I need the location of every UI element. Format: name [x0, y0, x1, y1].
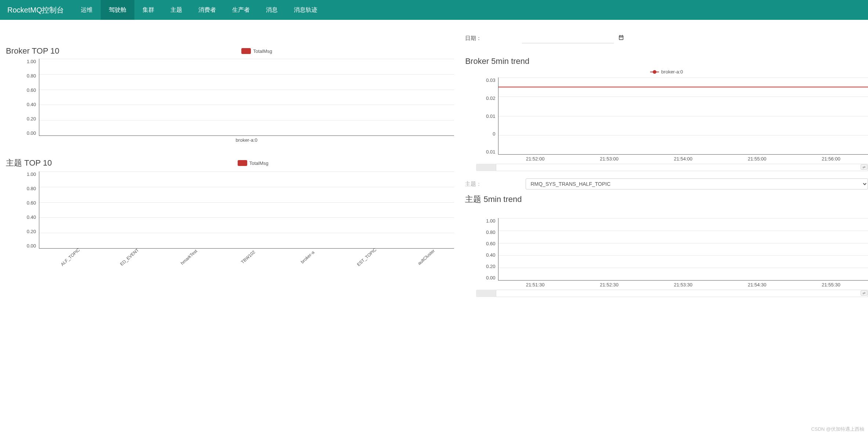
nav-topic[interactable]: 主题: [162, 0, 190, 20]
chart-broker-5min-trend: Broker 5min trend broker-a:0 0.03 0.02 0…: [465, 57, 868, 171]
chart-title-topic-trend: 主题 5min trend: [465, 194, 868, 205]
nav-dashboard[interactable]: 驾驶舱: [101, 0, 134, 20]
nav-ops[interactable]: 运维: [73, 0, 101, 20]
chart-topic-top10: 主题 TOP 10 TotalMsg 1.00 0.80 0.60 0.40 0…: [6, 158, 454, 263]
topic-select-row: 主题： RMQ_SYS_TRANS_HALF_TOPIC: [465, 178, 868, 189]
x-axis: 21:51:30 21:52:30 21:53:30 21:54:30 21:5…: [498, 281, 868, 287]
chart-title-broker-trend: Broker 5min trend: [465, 57, 868, 66]
zoom-handle-icon[interactable]: ⇌: [861, 164, 867, 170]
trend-line: [498, 87, 868, 87]
plot-grid: [39, 59, 454, 136]
chart-topic-5min-trend: 主题 5min trend 1.00 0.80 0.60 0.40 0.20 0…: [465, 194, 868, 297]
calendar-icon[interactable]: [618, 35, 624, 42]
nav-message-trace[interactable]: 消息轨迹: [286, 0, 325, 20]
legend-label: TotalMsg: [249, 160, 269, 166]
y-axis: 0.03 0.02 0.01 0 0.01: [465, 77, 498, 155]
chart-title-topic-top10: 主题 TOP 10: [6, 158, 52, 169]
chart-zoom-slider[interactable]: ⇌: [476, 164, 868, 171]
plot-area: 1.00 0.80 0.60 0.40 0.20 0.00: [465, 218, 868, 281]
x-axis: 21:52:00 21:53:00 21:54:00 21:55:00 21:5…: [498, 155, 868, 162]
date-label: 日期：: [465, 35, 482, 42]
legend-swatch-icon: [238, 160, 247, 166]
nav-consumer[interactable]: 消费者: [190, 0, 224, 20]
date-input[interactable]: [522, 33, 614, 43]
legend-label: TotalMsg: [253, 48, 272, 54]
nav-cluster[interactable]: 集群: [134, 0, 162, 20]
nav-producer[interactable]: 生产者: [224, 0, 258, 20]
plot-area: 1.00 0.80 0.60 0.40 0.20 0.00: [6, 59, 454, 136]
left-column: Broker TOP 10 TotalMsg 1.00 0.80 0.60 0.…: [6, 31, 454, 312]
plot-grid: [498, 218, 868, 281]
y-axis: 1.00 0.80 0.60 0.40 0.20 0.00: [465, 218, 498, 281]
y-axis: 1.00 0.80 0.60 0.40 0.20 0.00: [6, 171, 39, 249]
chart-zoom-slider[interactable]: ⇌: [476, 290, 868, 297]
plot-area: 0.03 0.02 0.01 0 0.01: [465, 77, 868, 155]
brand: RocketMQ控制台: [7, 5, 64, 15]
main-content: Broker TOP 10 TotalMsg 1.00 0.80 0.60 0.…: [0, 20, 868, 315]
navbar: RocketMQ控制台 运维 驾驶舱 集群 主题 消费者 生产者 消息 消息轨迹: [0, 0, 868, 20]
chart-title-broker-top10: Broker TOP 10: [6, 46, 60, 56]
date-row: 日期：: [465, 31, 868, 46]
nav-message[interactable]: 消息: [258, 0, 286, 20]
legend-swatch-icon: [241, 48, 251, 54]
plot-grid: [498, 77, 868, 155]
topic-select[interactable]: RMQ_SYS_TRANS_HALF_TOPIC: [526, 178, 868, 189]
y-axis: 1.00 0.80 0.60 0.40 0.20 0.00: [6, 59, 39, 136]
chart-broker-top10: Broker TOP 10 TotalMsg 1.00 0.80 0.60 0.…: [6, 46, 454, 143]
legend-line-icon: [650, 70, 659, 74]
x-axis: broker-a:0: [39, 136, 454, 143]
legend-label: broker-a:0: [661, 69, 683, 75]
plot-grid: [39, 171, 454, 249]
x-axis: ALF_TOPIC ED_EVENT hmarkTest TBW102 brok…: [39, 249, 454, 263]
zoom-handle-icon[interactable]: ⇌: [861, 290, 867, 296]
right-column: 日期： Broker 5min trend broker-a:0 0.03 0.…: [465, 31, 868, 312]
topic-select-label: 主题：: [465, 181, 482, 188]
